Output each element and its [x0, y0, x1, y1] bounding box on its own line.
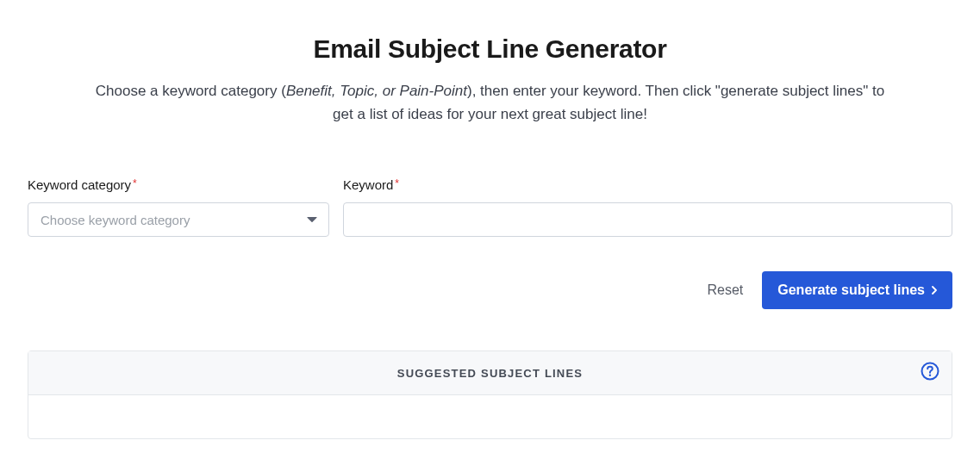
- required-mark: *: [395, 177, 399, 189]
- svg-point-1: [929, 375, 931, 376]
- results-title: SUGGESTED SUBJECT LINES: [397, 367, 583, 380]
- subtitle-pre: Choose a keyword category (: [96, 83, 286, 99]
- keyword-input[interactable]: [343, 202, 952, 237]
- keyword-field-group: Keyword*: [343, 177, 952, 237]
- results-header: SUGGESTED SUBJECT LINES: [28, 351, 952, 395]
- results-body: [28, 395, 952, 438]
- help-icon[interactable]: [921, 362, 939, 384]
- keyword-label: Keyword*: [343, 177, 952, 192]
- category-select-wrapper: Choose keyword category: [28, 202, 329, 237]
- subtitle-emphasis: Benefit, Topic, or Pain-Point: [286, 83, 467, 99]
- category-field-group: Keyword category* Choose keyword categor…: [28, 177, 329, 237]
- page-title: Email Subject Line Generator: [28, 34, 952, 64]
- required-mark: *: [133, 177, 137, 189]
- form-row: Keyword category* Choose keyword categor…: [28, 177, 952, 237]
- generate-button-label: Generate subject lines: [777, 282, 925, 298]
- category-select[interactable]: Choose keyword category: [28, 202, 329, 237]
- keyword-label-text: Keyword: [343, 177, 393, 192]
- category-label: Keyword category*: [28, 177, 329, 192]
- results-panel: SUGGESTED SUBJECT LINES: [28, 350, 952, 439]
- generate-button[interactable]: Generate subject lines: [762, 271, 952, 309]
- category-label-text: Keyword category: [28, 177, 131, 192]
- reset-button[interactable]: Reset: [703, 274, 746, 307]
- page-subtitle: Choose a keyword category (Benefit, Topi…: [94, 79, 887, 126]
- button-row: Reset Generate subject lines: [28, 271, 952, 309]
- caret-right-icon: [932, 282, 937, 298]
